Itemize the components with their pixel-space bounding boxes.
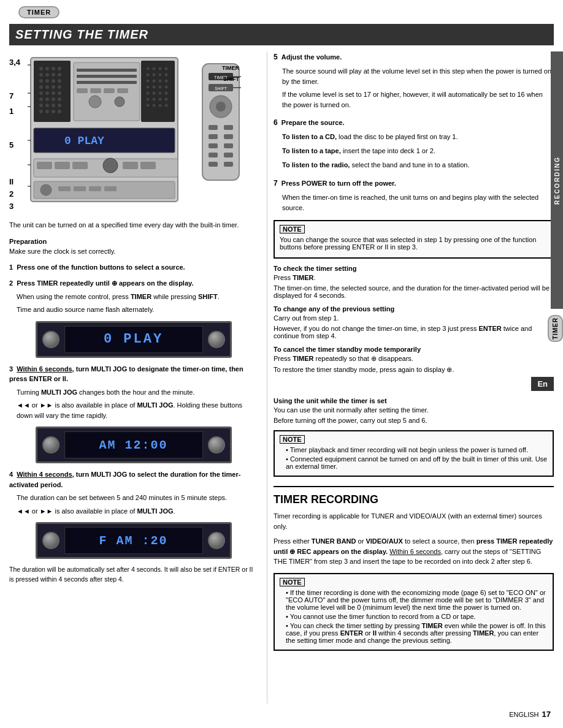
diagram-label-7: 7 — [9, 91, 13, 100]
svg-point-55 — [147, 98, 150, 101]
sub-heading-cancel-timer: To cancel the timer standby mode tempora… — [274, 346, 554, 374]
svg-point-62 — [165, 104, 168, 107]
svg-point-54 — [165, 92, 168, 95]
svg-rect-69 — [104, 88, 115, 93]
svg-point-57 — [159, 98, 162, 101]
svg-rect-34 — [141, 61, 175, 122]
svg-point-51 — [147, 92, 150, 95]
svg-point-32 — [52, 110, 55, 113]
svg-point-22 — [39, 97, 43, 101]
svg-point-47 — [147, 86, 150, 89]
svg-rect-104 — [209, 134, 218, 139]
sub-heading-using-unit: Using the unit while the timer is set Yo… — [274, 397, 554, 424]
svg-rect-103 — [224, 125, 233, 130]
timer-sidebar: TIMER — [548, 315, 563, 342]
svg-rect-110 — [209, 162, 218, 167]
timer-recording-section: TIMER RECORDING Timer recording is appli… — [274, 486, 554, 567]
timer-recording-title: TIMER RECORDING — [274, 493, 554, 506]
svg-point-18 — [39, 91, 43, 95]
lcd-display-1: 0 PLAY — [104, 332, 163, 347]
svg-point-14 — [39, 85, 43, 89]
note-box-3: NOTE • If the timer recording is done wi… — [274, 573, 554, 651]
svg-point-10 — [39, 79, 43, 83]
note-label-1: NOTE — [280, 225, 305, 233]
sub-heading-change-setting: To change any of the previous setting Ca… — [274, 305, 554, 339]
svg-point-58 — [165, 98, 168, 101]
svg-rect-106 — [209, 143, 218, 148]
note-box-2: NOTE • Timer playback and timer recordin… — [274, 430, 554, 477]
svg-point-35 — [147, 67, 150, 70]
preparation-text: Make sure the clock is set correctly. — [9, 248, 258, 255]
svg-rect-88 — [104, 186, 117, 191]
svg-rect-64 — [77, 69, 137, 72]
svg-point-60 — [153, 104, 156, 107]
note-label-3: NOTE — [280, 578, 305, 586]
svg-rect-73 — [34, 128, 175, 153]
svg-point-6 — [39, 73, 43, 77]
step-2: 2 Press TIMER repeatedly until ⊕ appears… — [9, 278, 258, 315]
svg-point-72 — [115, 97, 124, 107]
svg-point-46 — [165, 80, 168, 83]
svg-point-33 — [58, 110, 61, 113]
diagram-label-3: 3 — [9, 202, 13, 211]
svg-point-2 — [39, 67, 43, 70]
step-3: 3 Within 6 seconds, turn MULTI JOG to de… — [9, 364, 258, 421]
svg-point-52 — [153, 92, 156, 95]
svg-point-9 — [58, 73, 61, 77]
svg-rect-70 — [117, 88, 128, 93]
svg-text:SHIFT: SHIFT — [215, 86, 228, 91]
svg-point-56 — [153, 98, 156, 101]
svg-point-23 — [45, 97, 49, 101]
svg-rect-80 — [123, 162, 138, 169]
svg-point-8 — [52, 73, 55, 77]
svg-point-24 — [52, 97, 55, 101]
page-footer: ENGLISH 17 — [0, 703, 563, 722]
svg-point-43 — [147, 80, 150, 83]
svg-point-26 — [39, 104, 43, 107]
svg-rect-109 — [224, 153, 233, 157]
english-label: ENGLISH — [509, 711, 538, 718]
svg-rect-65 — [77, 75, 137, 78]
diagram-label-34: 3,4 — [9, 58, 20, 67]
svg-point-38 — [165, 67, 168, 70]
prep-text: The unit can be turned on at a specified… — [9, 220, 258, 230]
svg-point-7 — [45, 73, 49, 77]
note-box-1: NOTE You can change the source that was … — [274, 220, 554, 259]
svg-rect-86 — [74, 186, 86, 191]
timer-badge: TIMER — [18, 6, 59, 18]
svg-point-5 — [58, 67, 61, 70]
diagram-label-2: 2 — [9, 189, 13, 199]
svg-point-4 — [52, 67, 55, 70]
svg-rect-85 — [58, 186, 71, 191]
note-text-1: You can change the source that was selec… — [280, 236, 548, 251]
page-number: 17 — [542, 710, 551, 719]
right-step-6: 6 Prepare the source. To listen to a CD,… — [274, 117, 554, 170]
en-badge-inline: En — [531, 377, 554, 391]
svg-point-84 — [40, 184, 52, 195]
svg-point-17 — [58, 85, 61, 89]
shift-label: SHIFT — [223, 76, 239, 82]
svg-point-3 — [45, 67, 49, 70]
lcd-display-2: AM 12:00 — [99, 438, 167, 452]
svg-rect-107 — [224, 143, 233, 148]
svg-rect-66 — [77, 81, 137, 84]
stereo-diagram: 3,4 7 1 5 II 2 3 — [9, 51, 242, 211]
svg-point-30 — [39, 110, 43, 113]
svg-point-45 — [159, 80, 162, 83]
diagram-label-pause: II — [9, 177, 13, 186]
svg-point-11 — [45, 79, 49, 83]
svg-rect-78 — [72, 162, 88, 169]
svg-point-31 — [45, 110, 49, 113]
svg-rect-108 — [209, 153, 218, 157]
svg-point-15 — [45, 85, 49, 89]
timer-label: TIMER — [222, 65, 239, 71]
svg-rect-77 — [55, 162, 70, 169]
svg-point-19 — [45, 91, 49, 95]
svg-point-71 — [89, 96, 101, 108]
svg-point-53 — [159, 92, 162, 95]
svg-point-42 — [165, 74, 168, 77]
svg-rect-81 — [140, 162, 156, 169]
recording-sidebar: RECORDING — [551, 51, 563, 309]
svg-point-50 — [165, 86, 168, 89]
svg-point-12 — [52, 79, 55, 83]
